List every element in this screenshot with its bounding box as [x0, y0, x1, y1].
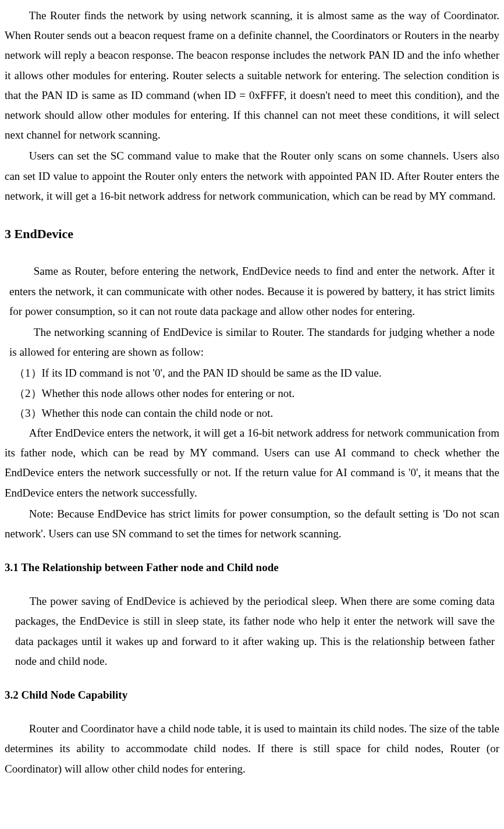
list-item-1: （1）If its ID command is not '0', and the…: [14, 363, 495, 383]
paragraph-enddevice-scan: The networking scanning of EndDevice is …: [9, 323, 495, 362]
heading-child-capability: 3.2 Child Node Capability: [5, 685, 499, 705]
paragraph-child-capability: Router and Coordinator have a child node…: [5, 719, 499, 779]
paragraph-enddevice-note: Note: Because EndDevice has strict limit…: [5, 504, 499, 544]
paragraph-enddevice-intro: Same as Router, before entering the netw…: [9, 261, 495, 321]
paragraph-router-scan: The Router finds the network by using ne…: [5, 6, 499, 145]
paragraph-router-sc: Users can set the SC command value to ma…: [5, 146, 499, 206]
list-item-3: （3）Whether this node can contain the chi…: [14, 403, 495, 423]
paragraph-father-child: The power saving of EndDevice is achieve…: [15, 591, 495, 671]
heading-father-child: 3.1 The Relationship between Father node…: [5, 558, 499, 578]
heading-enddevice: 3 EndDevice: [5, 222, 499, 246]
paragraph-enddevice-address: After EndDevice enters the network, it w…: [5, 423, 499, 503]
list-item-2: （2）Whether this node allows other nodes …: [14, 384, 495, 403]
